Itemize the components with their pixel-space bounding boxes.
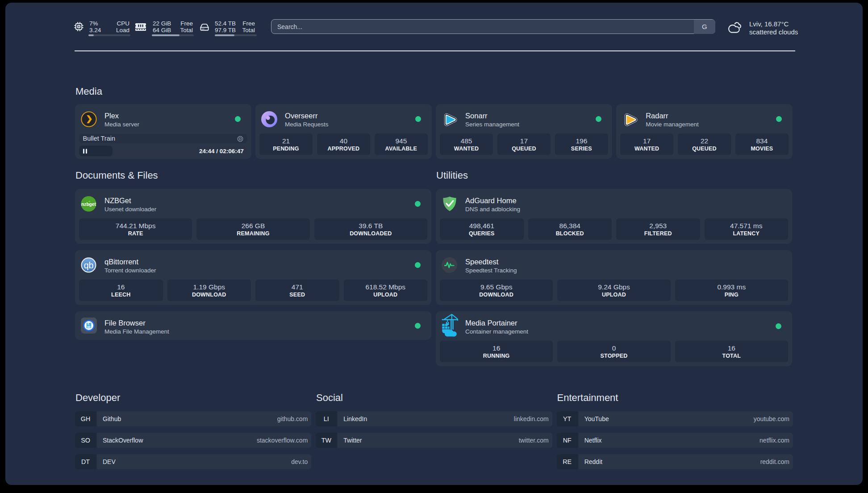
svg-text:nzbget: nzbget: [81, 201, 96, 206]
svg-text:qb: qb: [84, 260, 94, 270]
